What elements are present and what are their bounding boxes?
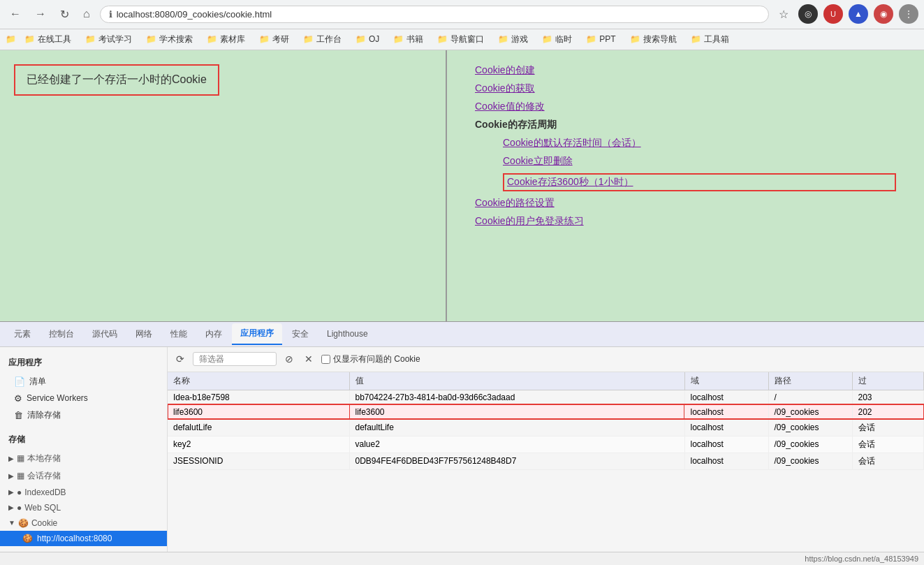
- table-row[interactable]: JSESSIONID 0DB94FE4F6DBED43F7F57561248B4…: [168, 453, 924, 469]
- session-storage-label: 会话存储: [27, 470, 61, 482]
- table-row[interactable]: defalutLife defaultLife localhost /09_co…: [168, 419, 924, 436]
- expand-arrow-icon: ▼: [8, 519, 15, 527]
- bookmark-academic[interactable]: 📁 学术搜索: [140, 32, 198, 47]
- table-row[interactable]: life3600 life3600 localhost /09_cookies …: [168, 404, 924, 419]
- bookmark-workspace[interactable]: 📁 工作台: [298, 32, 347, 47]
- cookie-group[interactable]: ▼ 🍪 Cookie: [0, 515, 167, 531]
- link-cookie-delete[interactable]: Cookie立即删除: [503, 155, 896, 168]
- bookmark-folder-icon: 📁: [24, 34, 35, 44]
- col-header-path: 路径: [768, 372, 852, 390]
- bookmark-label: 搜索导航: [643, 34, 677, 45]
- address-bar[interactable]: ℹ localhost:8080/09_cookies/cookie.html: [100, 6, 769, 23]
- expand-arrow-icon: ▶: [8, 455, 14, 462]
- bookmark-online-tools[interactable]: 📁 在线工具: [19, 32, 77, 47]
- expand-arrow-icon: ▶: [8, 504, 14, 511]
- cell-name: Idea-b18e7598: [168, 390, 349, 404]
- link-cookie-default[interactable]: Cookie的默认存活时间（会话）: [503, 137, 896, 149]
- tab-performance[interactable]: 性能: [162, 324, 196, 344]
- table-row[interactable]: key2 value2 localhost /09_cookies 会话: [168, 436, 924, 453]
- back-button[interactable]: ←: [6, 5, 25, 23]
- bookmark-nav[interactable]: 📁 导航窗口: [432, 32, 490, 47]
- browser-window: ← → ↻ ⌂ ℹ localhost:8080/09_cookies/cook…: [0, 0, 924, 565]
- tab-application[interactable]: 应用程序: [232, 323, 282, 345]
- cell-path: /09_cookies: [768, 453, 852, 469]
- link-cookie-create[interactable]: Cookie的创建: [475, 64, 896, 77]
- cell-value: defaultLife: [349, 419, 684, 436]
- websql-group[interactable]: ▶ ● Web SQL: [0, 500, 167, 515]
- link-cookie-path[interactable]: Cookie的路径设置: [475, 197, 896, 210]
- bookmark-folder-icon: 📁: [630, 34, 640, 44]
- bookmark-label: 考研: [272, 34, 289, 45]
- tab-network[interactable]: 网络: [127, 324, 161, 344]
- link-cookie-login[interactable]: Cookie的用户免登录练习: [475, 215, 896, 228]
- tab-elements[interactable]: 元素: [6, 324, 39, 344]
- storage-icon: ▦: [17, 471, 24, 480]
- bookmark-exam[interactable]: 📁 考试学习: [80, 32, 138, 47]
- bookmark-folder-icon: 📁: [691, 34, 701, 44]
- ext-icon-4[interactable]: ◉: [874, 4, 893, 24]
- manifest-icon: 📄: [14, 376, 25, 387]
- tab-security[interactable]: 安全: [284, 324, 317, 344]
- bookmark-postgrad[interactable]: 📁 考研: [254, 32, 295, 47]
- cookies-data-table: 名称 值 域 路径 过 Idea-b18e7598 bb704224-27b3-…: [168, 372, 924, 470]
- bookmark-ppt[interactable]: 📁 PPT: [580, 33, 621, 45]
- cell-value: 0DB94FE4F6DBED43F7F57561248B48D7: [349, 453, 684, 469]
- bookmark-label: 临时: [555, 34, 572, 45]
- bookmark-folder-icon: 📁: [355, 34, 366, 44]
- cell-value: value2: [349, 436, 684, 453]
- session-storage-group[interactable]: ▶ ▦ 会话存储: [0, 467, 167, 485]
- link-cookie-modify[interactable]: Cookie值的修改: [475, 101, 896, 113]
- bookmark-games[interactable]: 📁 游戏: [492, 32, 534, 47]
- home-button[interactable]: ⌂: [79, 5, 94, 23]
- tab-sources[interactable]: 源代码: [84, 324, 126, 344]
- bookmark-search-nav[interactable]: 📁 搜索导航: [624, 32, 682, 47]
- bookmark-folder-icon: 📁: [259, 34, 270, 44]
- storage-icon: ▦: [17, 453, 24, 463]
- cell-name: JSESSIONID: [168, 453, 349, 469]
- sidebar-item-clear-storage[interactable]: 🗑 清除存储: [0, 406, 167, 424]
- bookmark-folder-icon: 📁: [146, 34, 156, 44]
- sidebar-item-service-workers[interactable]: ⚙ Service Workers: [0, 390, 167, 406]
- cell-domain: localhost: [684, 419, 768, 436]
- clear-button[interactable]: ✕: [302, 352, 316, 366]
- ext-icon-1[interactable]: ◎: [798, 4, 818, 24]
- col-header-extra: 过: [852, 372, 924, 390]
- sidebar-item-label: 清除存储: [27, 409, 61, 421]
- star-button[interactable]: ☆: [775, 5, 793, 24]
- filter-input[interactable]: [193, 352, 277, 366]
- bookmark-folder-icon: 📁: [393, 34, 404, 44]
- cell-path: /09_cookies: [768, 436, 852, 453]
- indexeddb-group[interactable]: ▶ ● IndexedDB: [0, 485, 167, 500]
- cell-extra: 202: [852, 404, 924, 419]
- refresh-button[interactable]: ↻: [56, 5, 73, 24]
- link-cookie-get[interactable]: Cookie的获取: [475, 82, 896, 95]
- sidebar-item-localhost-cookie[interactable]: 🍪 http://localhost:8080: [0, 531, 167, 546]
- show-problems-checkbox[interactable]: [321, 355, 330, 364]
- forward-button[interactable]: →: [31, 5, 50, 23]
- bookmark-label: 在线工具: [38, 34, 71, 45]
- bookmark-books[interactable]: 📁 书籍: [388, 32, 429, 47]
- bookmark-label: 工作台: [316, 34, 342, 45]
- tab-lighthouse[interactable]: Lighthouse: [318, 325, 376, 343]
- table-row[interactable]: Idea-b18e7598 bb704224-27b3-4814-ba0d-93…: [168, 390, 924, 404]
- ext-icon-2[interactable]: U: [823, 4, 843, 24]
- webpage-left: 已经创建了一个存活一小时的Cookie: [0, 50, 447, 321]
- tab-console[interactable]: 控制台: [41, 324, 82, 344]
- bookmark-temp[interactable]: 📁 临时: [536, 32, 578, 47]
- bookmark-label: 考试学习: [98, 34, 132, 45]
- bookmark-label: 素材库: [220, 34, 245, 45]
- bookmark-material[interactable]: 📁 素材库: [201, 32, 251, 47]
- tab-memory[interactable]: 内存: [197, 324, 230, 344]
- ext-icon-3[interactable]: ▲: [849, 4, 868, 24]
- sidebar-item-manifest[interactable]: 📄 清单: [0, 373, 167, 390]
- ext-icon-5[interactable]: ⋮: [899, 4, 918, 24]
- local-storage-group[interactable]: ▶ ▦ 本地存储: [0, 450, 167, 467]
- bookmark-toolbox[interactable]: 📁 工具箱: [685, 32, 735, 47]
- link-cookie-3600[interactable]: Cookie存活3600秒（1小时）: [503, 173, 896, 191]
- show-problems-label[interactable]: 仅显示有问题的 Cookie: [321, 353, 420, 365]
- refresh-cookies-button[interactable]: ⟳: [173, 352, 187, 366]
- bookmark-label: 工具箱: [704, 34, 729, 45]
- block-button[interactable]: ⊘: [282, 352, 296, 366]
- bookmark-oj[interactable]: 📁 OJ: [350, 33, 385, 45]
- cookie-icon: 🍪: [18, 518, 29, 528]
